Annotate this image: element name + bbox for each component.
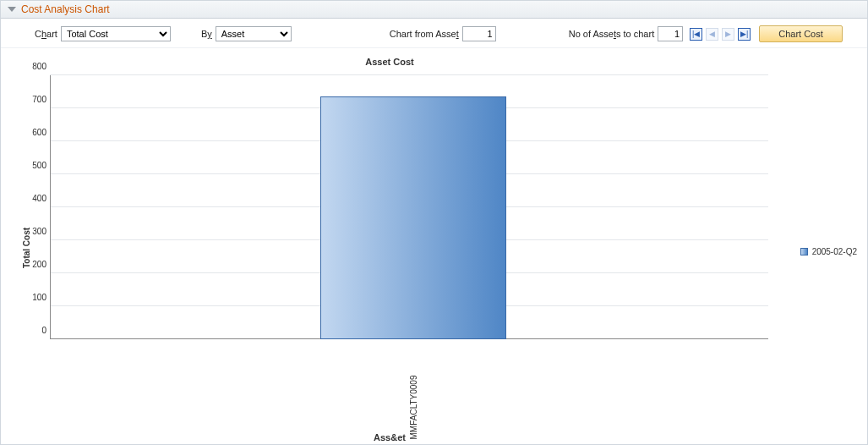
legend-label: 2005-02-Q2	[812, 247, 857, 256]
chart-from-label: Chart from Asset	[390, 29, 459, 39]
y-tick-label: 700	[26, 95, 46, 104]
y-tick-label: 600	[26, 128, 46, 137]
y-axis-line	[50, 75, 51, 339]
cost-analysis-panel: Cost Analysis Chart Chart Total Cost By …	[0, 0, 868, 445]
chart-label-post: art	[46, 29, 57, 39]
x-tick-label: MMFACLTY0009	[409, 376, 418, 440]
chart-from-group: Chart from Asset	[390, 26, 496, 41]
nav-prev-icon[interactable]: ◀	[706, 28, 718, 41]
plot-area: 0 100 200 300 400 500 600 700 800 MMFACL…	[50, 75, 768, 339]
chart-from-input[interactable]	[462, 26, 496, 41]
y-tick-label: 200	[26, 260, 46, 269]
nav-last-icon[interactable]: ▶|	[738, 28, 751, 41]
chart-title: Asset Cost	[1, 57, 778, 67]
panel-header: Cost Analysis Chart	[1, 1, 867, 19]
y-tick-label: 800	[26, 62, 46, 71]
count-label-post: s to chart	[616, 29, 654, 39]
legend-swatch-icon	[800, 248, 808, 255]
assets-count-group: No of Assets to chart	[569, 26, 684, 41]
nav-buttons: |◀ ◀ ▶ ▶|	[690, 28, 751, 41]
chart-label-pre: C	[35, 29, 41, 39]
chart-cost-button[interactable]: Chart Cost	[759, 25, 843, 42]
nav-first-icon[interactable]: |◀	[690, 28, 702, 41]
collapse-icon[interactable]	[8, 7, 16, 12]
from-label-pre: Chart from Asse	[390, 29, 456, 39]
count-label-pre: No of Asse	[569, 29, 614, 39]
gridline	[50, 74, 768, 75]
by-label-accel: y	[207, 29, 212, 39]
toolbar: Chart Total Cost By Asset Chart from Ass…	[1, 19, 867, 48]
by-select[interactable]: Asset	[216, 26, 292, 41]
by-label: By	[201, 29, 212, 39]
x-axis-title: Ass&et	[1, 432, 778, 442]
bar-series-0[interactable]	[320, 96, 506, 339]
y-tick-label: 300	[26, 227, 46, 236]
chart-area: Asset Cost Total Cost 0 100 200 300 400 …	[1, 48, 867, 445]
by-select-group: By Asset	[201, 26, 292, 41]
nav-next-icon[interactable]: ▶	[722, 28, 734, 41]
chart-select-group: Chart Total Cost	[35, 26, 171, 41]
y-tick-label: 500	[26, 161, 46, 170]
from-label-accel: t	[456, 29, 459, 39]
assets-count-label: No of Assets to chart	[569, 29, 655, 39]
panel-title: Cost Analysis Chart	[21, 3, 110, 15]
assets-count-input[interactable]	[658, 26, 683, 41]
y-tick-label: 0	[26, 326, 46, 335]
y-tick-label: 100	[26, 293, 46, 302]
legend: 2005-02-Q2	[800, 247, 857, 256]
chart-label: Chart	[35, 29, 57, 39]
chart-select[interactable]: Total Cost	[61, 26, 171, 41]
y-tick-label: 400	[26, 194, 46, 203]
